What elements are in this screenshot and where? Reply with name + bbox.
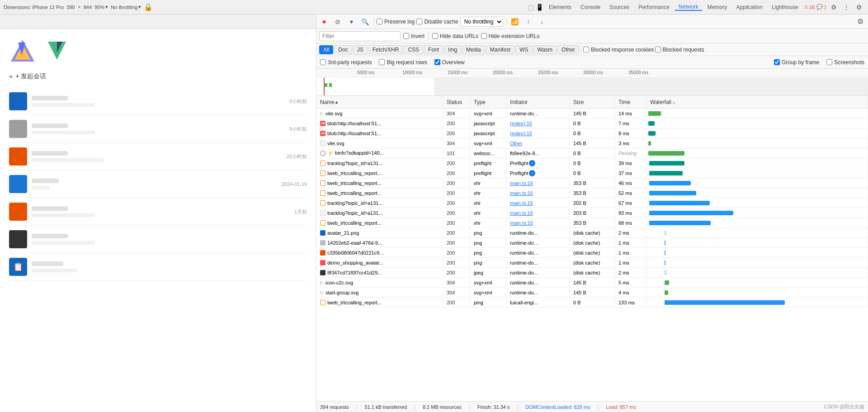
table-row[interactable]: tweb_trtccalling_report... 200 preflight… xyxy=(316,168,868,178)
table-row[interactable]: tweb_trtccalling_report... 200 xhr main.… xyxy=(316,178,868,188)
list-item[interactable]: 👤 2024-01-19 xyxy=(9,170,307,198)
ftab-other[interactable]: Other xyxy=(557,45,579,54)
filter-button[interactable]: ▾ xyxy=(345,16,357,28)
list-item[interactable]: 6小时前 xyxy=(9,88,307,115)
list-item[interactable]: 1天前 xyxy=(9,198,307,226)
console-tab[interactable]: Console xyxy=(577,4,604,10)
disable-cache-checkbox[interactable] xyxy=(416,19,422,24)
table-row[interactable]: c335b0806047d0221c9... 200 png runtime-d… xyxy=(316,248,868,258)
hide-ext-checkbox[interactable] xyxy=(481,33,487,39)
table-row[interactable]: ⚡ binfo?sdkappid=140... 101 websoc... fb… xyxy=(316,148,868,158)
table-row[interactable]: demo_shopping_avatar... 200 png runtime-… xyxy=(316,258,868,268)
settings-button[interactable]: ⚙ xyxy=(828,2,839,13)
blocked-cookies-checkbox[interactable] xyxy=(583,47,589,52)
hide-ext-label[interactable]: Hide extension URLs xyxy=(481,33,540,39)
start-conversation-btn[interactable]: + + 发起会话 xyxy=(9,72,307,81)
invert-label[interactable]: Invert xyxy=(403,33,425,39)
overview-checkbox[interactable] xyxy=(434,59,440,65)
preserve-log-checkbox[interactable] xyxy=(377,19,382,24)
blocked-requests-label[interactable]: Blocked requests xyxy=(655,47,704,53)
more-button[interactable]: ⋮ xyxy=(841,2,852,13)
preserve-log-label[interactable]: Preserve log xyxy=(377,19,415,25)
search-button[interactable]: 🔍 xyxy=(359,16,371,28)
ftab-ws[interactable]: WS xyxy=(515,45,532,54)
elements-tab[interactable]: Elements xyxy=(545,4,575,10)
ftab-wasm[interactable]: Wasm xyxy=(533,45,557,54)
big-rows-label[interactable]: Big request rows xyxy=(379,59,427,66)
blocked-requests-checkbox[interactable] xyxy=(655,47,661,52)
col-header-size[interactable]: Size xyxy=(570,96,615,108)
ftab-img[interactable]: Img xyxy=(444,45,461,54)
table-row[interactable]: JS blob:http://localhost:51... 200 javas… xyxy=(316,118,868,128)
performance-tab[interactable]: Performance xyxy=(635,4,673,10)
table-row[interactable]: avatar_21.png 200 png runtime-do... (dis… xyxy=(316,228,868,238)
ftab-doc[interactable]: Doc xyxy=(334,45,352,54)
lighthouse-tab[interactable]: Lighthouse xyxy=(768,4,802,10)
screenshots-checkbox[interactable] xyxy=(826,59,832,65)
col-header-waterfall[interactable]: Waterfall ▲ xyxy=(646,96,868,108)
table-row[interactable]: tweb_trtccalling_report... 200 ping tuic… xyxy=(316,298,868,308)
ftab-css[interactable]: CSS xyxy=(404,45,423,54)
col-header-time[interactable]: Time xyxy=(615,96,646,108)
table-row[interactable]: 14202eb2-eaaf-476d-9... 200 png runtime-… xyxy=(316,238,868,248)
ftab-fetch-xhr[interactable]: Fetch/XHR xyxy=(368,45,403,54)
initiator-link[interactable]: (index):15 xyxy=(510,131,532,136)
table-row[interactable]: vite.svg 304 svg+xml Other 145 B 3 ms xyxy=(316,138,868,148)
group-by-frame-label[interactable]: Group by frame xyxy=(774,59,819,66)
group-by-frame-checkbox[interactable] xyxy=(774,59,780,65)
upload-button[interactable]: ↑ xyxy=(523,16,534,28)
filter-input[interactable] xyxy=(319,31,401,41)
clear-button[interactable]: ⊘ xyxy=(332,16,344,28)
invert-checkbox[interactable] xyxy=(403,33,409,39)
list-item[interactable]: 9小时前 xyxy=(9,115,307,143)
hide-data-label[interactable]: Hide data URLs xyxy=(432,33,478,39)
throttle-select[interactable]: No throttling xyxy=(460,17,503,27)
ftab-media[interactable]: Media xyxy=(462,45,485,54)
table-row[interactable]: 8f347cd71f0f7cc41d29... 200 jpeg runtime… xyxy=(316,268,868,278)
table-row[interactable]: tweb_trtccalling_report... 200 xhr main.… xyxy=(316,188,868,198)
table-row[interactable]: ▷ start-group.svg 304 svg+xml runtime-do… xyxy=(316,288,868,298)
table-row[interactable]: JS blob:http://localhost:51... 200 javas… xyxy=(316,128,868,138)
big-rows-checkbox[interactable] xyxy=(379,59,385,65)
throttle-button[interactable]: No throttling ▾ xyxy=(111,4,141,10)
col-header-initiator[interactable]: Initiator xyxy=(506,96,570,108)
sources-tab[interactable]: Sources xyxy=(606,4,633,10)
application-tab[interactable]: Application xyxy=(732,4,766,10)
preflight-badge[interactable]: i xyxy=(529,170,535,176)
pointer-icon[interactable]: ⬚ xyxy=(528,4,534,11)
list-item[interactable]: 📋 xyxy=(9,253,307,281)
hide-data-checkbox[interactable] xyxy=(432,33,438,39)
initiator-link[interactable]: main.ts:16 xyxy=(510,210,533,216)
list-item[interactable]: 22小时前 xyxy=(9,143,307,170)
table-row[interactable]: tweb_trtccalling_report... 200 xhr main.… xyxy=(316,218,868,228)
ftab-all[interactable]: All xyxy=(319,45,333,54)
initiator-link[interactable]: (index):15 xyxy=(510,121,532,126)
wifi-button[interactable]: 📶 xyxy=(509,16,521,28)
zoom-button[interactable]: 95% ▾ xyxy=(94,4,108,10)
devtools-settings-button[interactable]: ⚙ xyxy=(854,2,864,13)
third-party-checkbox[interactable] xyxy=(320,59,326,65)
initiator-link[interactable]: main.ts:16 xyxy=(510,190,533,196)
col-header-type[interactable]: Type xyxy=(470,96,506,108)
device-icon[interactable]: 📱 xyxy=(536,4,543,11)
list-item[interactable] xyxy=(9,226,307,253)
devtools-settings-btn[interactable]: ⚙ xyxy=(854,16,866,28)
blocked-cookies-label[interactable]: Blocked response cookies xyxy=(583,47,654,53)
ftab-js[interactable]: JS xyxy=(353,45,368,54)
col-header-name[interactable]: Name xyxy=(316,96,443,108)
table-row[interactable]: ▷ icon-c2c.svg 304 svg+xml runtime-do...… xyxy=(316,278,868,288)
preflight-badge[interactable]: i xyxy=(529,160,535,166)
table-row[interactable]: tracklog?topic_id=a131... 200 preflight … xyxy=(316,158,868,168)
third-party-label[interactable]: 3rd-party requests xyxy=(320,59,372,66)
memory-tab[interactable]: Memory xyxy=(704,4,731,10)
table-row[interactable]: tracklog?topic_id=a131... 200 xhr main.t… xyxy=(316,198,868,208)
screenshots-label[interactable]: Screenshots xyxy=(826,59,864,66)
disable-cache-label[interactable]: Disable cache xyxy=(416,19,458,25)
overview-label[interactable]: Overview xyxy=(434,59,465,66)
download-button[interactable]: ↓ xyxy=(536,16,548,28)
initiator-link[interactable]: main.ts:16 xyxy=(510,180,533,186)
network-tab[interactable]: Network xyxy=(675,4,702,11)
table-row[interactable]: ▷ vite.svg 304 svg+xml runtime-do... 145… xyxy=(316,109,868,118)
initiator-link[interactable]: main.ts:16 xyxy=(510,200,533,206)
ftab-font[interactable]: Font xyxy=(424,45,443,54)
